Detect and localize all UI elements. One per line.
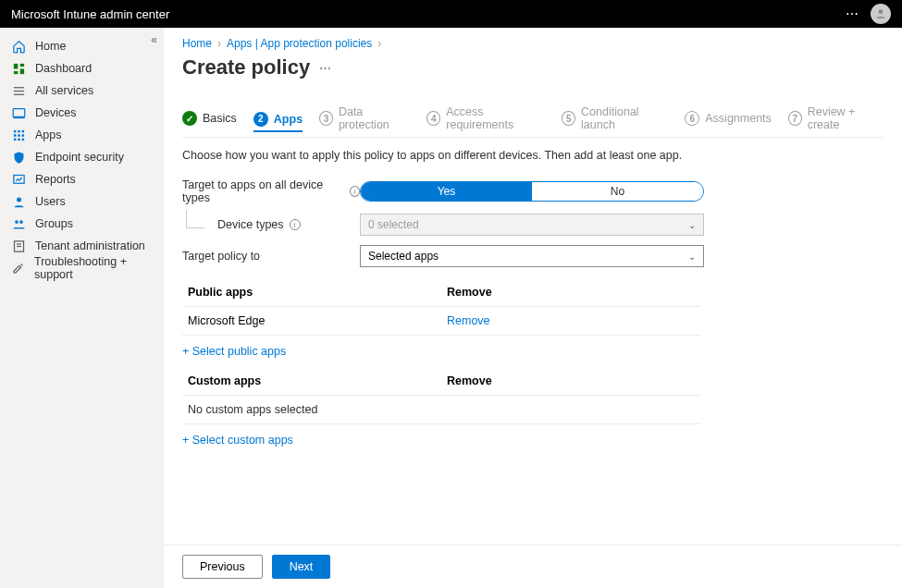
svg-point-21 xyxy=(15,220,19,224)
info-icon[interactable]: i xyxy=(350,186,360,197)
step-basics[interactable]: ✓Basics xyxy=(182,111,237,126)
topbar-more-icon[interactable]: ⋯ xyxy=(846,6,859,21)
sidebar-item-dashboard[interactable]: Dashboard xyxy=(0,57,163,80)
more-icon[interactable]: ⋯ xyxy=(319,61,332,75)
next-button[interactable]: Next xyxy=(272,555,331,579)
sidebar: « Home Dashboard All services Devices Ap… xyxy=(0,28,164,588)
sidebar-item-label: Reports xyxy=(35,173,76,186)
sidebar-item-tenant-admin[interactable]: Tenant administration xyxy=(0,235,163,257)
svg-rect-16 xyxy=(13,138,16,141)
sidebar-item-label: Groups xyxy=(35,217,73,230)
svg-rect-2 xyxy=(19,63,23,66)
sidebar-item-users[interactable]: Users xyxy=(0,190,163,213)
shield-icon xyxy=(11,150,26,165)
label-device-types: Device typesi xyxy=(182,218,360,231)
breadcrumb-link-apps-protection[interactable]: Apps | App protection policies xyxy=(227,37,372,50)
sidebar-item-groups[interactable]: Groups xyxy=(0,213,163,235)
page-title: Create policy ⋯ xyxy=(182,55,883,80)
sidebar-item-label: All services xyxy=(35,84,93,97)
svg-point-0 xyxy=(879,9,883,14)
table-row: Microsoft Edge Remove xyxy=(182,307,700,336)
tools-icon xyxy=(11,261,25,276)
sidebar-item-all-services[interactable]: All services xyxy=(0,80,163,102)
services-icon xyxy=(11,83,26,98)
toggle-yes[interactable]: Yes xyxy=(361,182,532,201)
toggle-no[interactable]: No xyxy=(532,182,703,201)
sidebar-item-troubleshooting[interactable]: Troubleshooting + support xyxy=(0,257,163,279)
users-icon xyxy=(11,194,26,209)
svg-rect-10 xyxy=(13,129,16,132)
sidebar-item-apps[interactable]: Apps xyxy=(0,124,163,146)
breadcrumb: Home › Apps | App protection policies › xyxy=(182,37,883,50)
step-review-create[interactable]: 7Review + create xyxy=(788,105,883,131)
info-icon[interactable]: i xyxy=(290,219,301,230)
sidebar-item-label: Home xyxy=(35,40,66,53)
collapse-sidebar-icon[interactable]: « xyxy=(151,33,157,46)
reports-icon xyxy=(11,172,26,187)
svg-rect-19 xyxy=(13,175,23,183)
top-bar: Microsoft Intune admin center ⋯ xyxy=(0,0,902,28)
svg-rect-17 xyxy=(18,138,20,141)
svg-rect-4 xyxy=(13,71,17,74)
chevron-right-icon: › xyxy=(217,37,221,50)
label-target-all-devices: Target to apps on all device typesi xyxy=(182,178,360,204)
svg-point-22 xyxy=(19,220,23,224)
previous-button[interactable]: Previous xyxy=(182,555,263,579)
devices-icon xyxy=(11,105,26,120)
svg-rect-12 xyxy=(21,129,24,132)
wizard-steps: ✓Basics 2Apps 3Data protection 4Access r… xyxy=(182,105,883,138)
sidebar-item-label: Dashboard xyxy=(35,62,92,75)
groups-icon xyxy=(11,216,26,231)
sidebar-item-label: Users xyxy=(35,195,66,208)
select-custom-apps-link[interactable]: + Select custom apps xyxy=(182,424,293,456)
sidebar-item-endpoint-security[interactable]: Endpoint security xyxy=(0,146,163,168)
check-icon: ✓ xyxy=(182,111,197,126)
sidebar-item-reports[interactable]: Reports xyxy=(0,168,163,190)
remove-app-link[interactable]: Remove xyxy=(447,314,490,327)
label-target-policy-to: Target policy to xyxy=(182,250,360,263)
custom-apps-header: Custom apps Remove xyxy=(182,367,700,396)
sidebar-item-devices[interactable]: Devices xyxy=(0,102,163,124)
step-access-requirements[interactable]: 4Access requirements xyxy=(426,105,545,131)
step-assignments[interactable]: 6Assignments xyxy=(685,111,772,126)
sidebar-item-label: Tenant administration xyxy=(35,239,145,252)
svg-rect-3 xyxy=(19,68,23,74)
public-apps-header: Public apps Remove xyxy=(182,278,700,307)
home-icon xyxy=(11,39,26,54)
select-target-policy[interactable]: Selected apps ⌄ xyxy=(360,245,704,267)
svg-rect-1 xyxy=(13,63,17,68)
svg-rect-8 xyxy=(13,108,25,116)
svg-rect-11 xyxy=(18,129,20,132)
sidebar-item-home[interactable]: Home xyxy=(0,35,163,57)
sidebar-item-label: Apps xyxy=(35,129,62,141)
sidebar-item-label: Troubleshooting + support xyxy=(34,255,152,281)
app-name: Microsoft Edge xyxy=(188,314,447,327)
select-device-types: 0 selected ⌄ xyxy=(360,214,704,236)
chevron-down-icon: ⌄ xyxy=(688,251,696,262)
svg-rect-18 xyxy=(21,138,24,141)
step-data-protection[interactable]: 3Data protection xyxy=(319,105,410,131)
step-description: Choose how you want to apply this policy… xyxy=(182,149,883,162)
app-title: Microsoft Intune admin center xyxy=(11,7,169,21)
avatar[interactable] xyxy=(871,4,891,24)
svg-rect-15 xyxy=(21,134,24,137)
sidebar-item-label: Devices xyxy=(35,106,76,119)
chevron-down-icon: ⌄ xyxy=(688,220,696,230)
dashboard-icon xyxy=(11,61,26,76)
sidebar-item-label: Endpoint security xyxy=(35,151,124,164)
apps-icon xyxy=(11,128,26,142)
breadcrumb-link-home[interactable]: Home xyxy=(182,37,212,50)
svg-rect-14 xyxy=(18,134,20,137)
svg-point-20 xyxy=(17,197,21,202)
wizard-footer: Previous Next xyxy=(164,545,902,588)
step-apps[interactable]: 2Apps xyxy=(253,112,303,132)
toggle-target-all-devices[interactable]: Yes No xyxy=(360,181,704,202)
custom-apps-empty: No custom apps selected xyxy=(182,396,700,424)
select-public-apps-link[interactable]: + Select public apps xyxy=(182,336,286,367)
chevron-right-icon: › xyxy=(377,37,381,50)
tree-connector xyxy=(186,210,204,228)
step-conditional-launch[interactable]: 5Conditional launch xyxy=(562,105,668,131)
tenant-icon xyxy=(11,239,26,253)
svg-rect-13 xyxy=(13,134,16,137)
